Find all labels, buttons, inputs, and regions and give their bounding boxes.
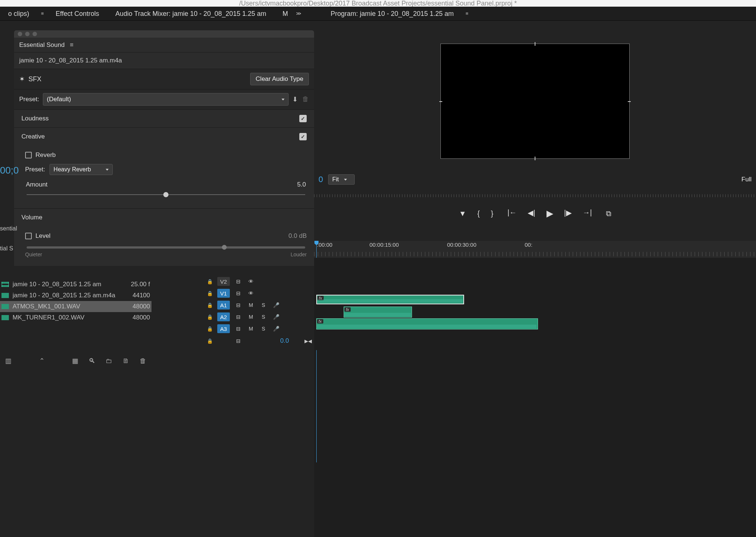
lock-icon[interactable]: 🔒	[207, 314, 213, 320]
amount-slider[interactable]	[27, 194, 305, 195]
mic-icon[interactable]: 🎤	[272, 326, 280, 332]
mic-icon[interactable]: 🎤	[272, 302, 280, 308]
icon-view-icon[interactable]: ▦	[72, 357, 78, 365]
search-icon[interactable]: 🔍︎	[89, 357, 95, 365]
track-row-v2[interactable]: 🔒 V2 ⊟ 👁	[205, 276, 314, 287]
in-bracket-icon[interactable]: {	[477, 209, 480, 218]
lock-icon[interactable]: 🔒	[207, 326, 213, 332]
time-ruler[interactable]: :00:00 00:00:15:00 00:00:30:00 00:	[314, 241, 756, 258]
lock-icon[interactable]: 🔒	[207, 302, 213, 308]
program-timecode[interactable]: 0	[319, 175, 323, 184]
loudness-toggle[interactable]: ✓	[299, 115, 307, 122]
track-row-a1[interactable]: 🔒 A1 ⊟ M S 🎤	[205, 299, 314, 311]
resize-handle-left[interactable]	[439, 101, 442, 102]
tab-effect-controls[interactable]: Effect Controls	[48, 7, 108, 21]
toggle-sync-icon[interactable]: ⊟	[234, 302, 242, 308]
lock-icon[interactable]: 🔒	[207, 291, 213, 296]
new-bin-icon[interactable]: 🗀	[106, 357, 112, 365]
toggle-sync-icon[interactable]: ⊟	[234, 278, 242, 284]
amount-slider-thumb[interactable]	[163, 192, 168, 197]
traffic-max-icon[interactable]	[33, 32, 37, 36]
lock-icon[interactable]: 🔒	[207, 338, 213, 344]
timeline-clip-a3[interactable]: fx	[316, 318, 538, 329]
mic-icon[interactable]: 🎤	[272, 314, 280, 320]
timeline-clip-a1[interactable]: fx	[316, 295, 464, 304]
marker-icon[interactable]: ▼	[459, 209, 466, 218]
solo-button[interactable]: S	[259, 326, 268, 332]
amount-value[interactable]: 5.0	[297, 181, 306, 188]
program-panel-menu-icon[interactable]: ≡	[466, 11, 469, 16]
save-preset-icon[interactable]: ⬇	[292, 95, 298, 103]
clear-audio-type-button[interactable]: Clear Audio Type	[250, 73, 309, 85]
lift-icon[interactable]: ⧉	[606, 209, 611, 218]
go-to-out-icon[interactable]: →|	[583, 208, 592, 219]
solo-button[interactable]: S	[259, 314, 268, 320]
project-row[interactable]: jamie 10 - 20_08_2015 1.25 am 25.00 f	[0, 279, 151, 290]
tab-audio-track-mixer[interactable]: Audio Track Mixer: jamie 10 - 20_08_2015…	[107, 7, 274, 21]
floating-window-chrome[interactable]	[14, 30, 314, 38]
program-scrub-bar[interactable]	[314, 190, 756, 201]
full-label[interactable]: Full	[742, 176, 752, 183]
lock-icon[interactable]: 🔒	[207, 279, 213, 284]
toggle-output-icon[interactable]: 👁	[247, 290, 255, 296]
list-view-icon[interactable]: ▥	[5, 357, 11, 365]
level-checkbox[interactable]	[25, 233, 32, 239]
track-row-v1[interactable]: 🔒 V1 ⊟ 👁	[205, 287, 314, 299]
tab-noclips[interactable]: o clips)	[0, 7, 37, 21]
track-badge-a2[interactable]: A2	[217, 312, 230, 321]
level-slider-thumb[interactable]	[222, 245, 227, 250]
track-row-a3[interactable]: 🔒 A3 ⊟ M S 🎤	[205, 323, 314, 335]
traffic-close-icon[interactable]	[18, 32, 22, 36]
play-icon[interactable]: ▶	[546, 208, 553, 219]
up-icon[interactable]: ⌃	[39, 357, 45, 365]
project-row[interactable]: ATMOS_MK1_001.WAV 48000	[0, 301, 151, 312]
program-canvas[interactable]	[440, 44, 630, 159]
toggle-sync-icon[interactable]: ⊟	[234, 338, 242, 344]
track-badge-v2[interactable]: V2	[217, 277, 230, 286]
preset-dropdown[interactable]: (Default)	[43, 93, 289, 106]
mute-button[interactable]: M	[247, 314, 255, 320]
delete-preset-icon[interactable]: 🗑	[302, 95, 309, 103]
project-row[interactable]: jamie 10 - 20_08_2015 1.25 am.m4a 44100	[0, 290, 151, 301]
loudness-header[interactable]: Loudness ✓	[14, 110, 314, 127]
toggle-sync-icon[interactable]: ⊟	[234, 290, 242, 296]
mute-button[interactable]: M	[247, 302, 255, 308]
go-to-in-icon[interactable]: |←	[507, 208, 517, 219]
resize-handle-top[interactable]	[535, 42, 535, 46]
timeline-clip-a2[interactable]: fx	[344, 307, 412, 318]
toggle-output-icon[interactable]: 👁	[247, 278, 255, 284]
trash-icon[interactable]: 🗑	[140, 357, 146, 365]
level-value[interactable]: 0.0 dB	[289, 232, 307, 240]
overflow-icon[interactable]: >>	[296, 11, 300, 16]
toggle-sync-icon[interactable]: ⊟	[234, 314, 242, 320]
panel-options-icon[interactable]: ≡	[70, 41, 74, 49]
resize-handle-right[interactable]	[628, 101, 631, 102]
track-badge-v1[interactable]: V1	[217, 289, 230, 298]
level-slider[interactable]	[27, 246, 305, 249]
snap-icon[interactable]: ▶◀	[304, 338, 312, 344]
creative-toggle[interactable]: ✓	[299, 133, 307, 140]
reverb-checkbox[interactable]	[25, 152, 32, 158]
step-back-icon[interactable]: ◀|	[528, 208, 535, 219]
tab-program[interactable]: Program: jamie 10 - 20_08_2015 1.25 am	[323, 7, 462, 21]
zoom-dropdown[interactable]: Fit	[328, 174, 355, 185]
tab-truncated[interactable]: M	[275, 7, 296, 21]
panel-menu-icon[interactable]: ≡	[41, 11, 44, 16]
traffic-min-icon[interactable]	[25, 32, 30, 36]
creative-header[interactable]: Creative ✓	[14, 128, 314, 146]
track-row-master[interactable]: 🔒 ⊟ 0.0 ▶◀	[205, 335, 314, 347]
solo-button[interactable]: S	[259, 302, 268, 308]
new-item-icon[interactable]: 🗎	[123, 357, 129, 365]
reverb-preset-dropdown[interactable]: Heavy Reverb	[50, 164, 113, 175]
resize-handle-bottom[interactable]	[535, 157, 535, 160]
out-bracket-icon[interactable]: }	[491, 209, 493, 218]
track-badge-a3[interactable]: A3	[217, 324, 230, 333]
mute-button[interactable]: M	[247, 326, 255, 332]
master-level[interactable]: 0.0	[247, 337, 300, 345]
volume-header[interactable]: Volume	[14, 209, 314, 226]
track-row-a2[interactable]: 🔒 A2 ⊟ M S 🎤	[205, 311, 314, 323]
toggle-sync-icon[interactable]: ⊟	[234, 326, 242, 332]
step-forward-icon[interactable]: |▶	[564, 208, 572, 219]
project-row[interactable]: MK_TURNER1_002.WAV 48000	[0, 312, 151, 323]
track-badge-a1[interactable]: A1	[217, 301, 230, 309]
